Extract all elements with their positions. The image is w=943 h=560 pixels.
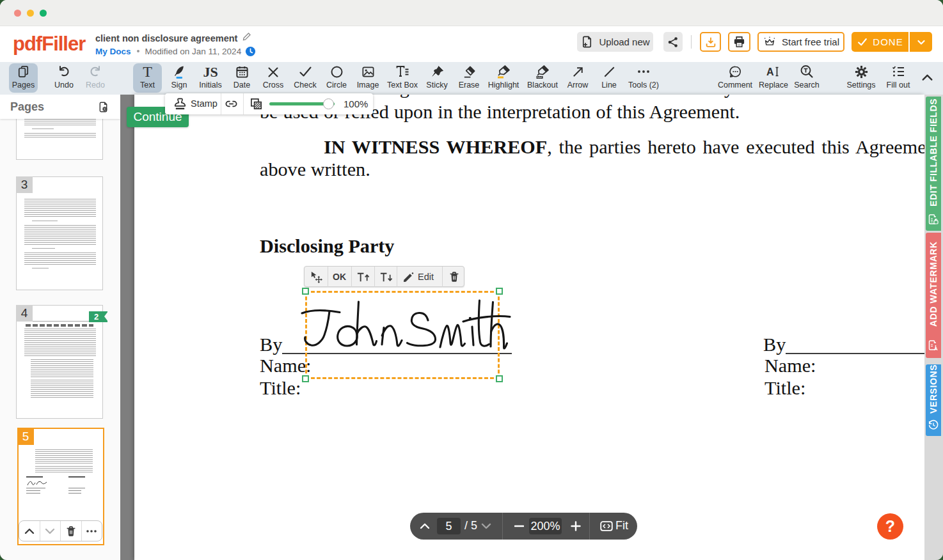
svg-text:A: A	[766, 66, 774, 77]
svg-text:A: A	[934, 346, 938, 351]
